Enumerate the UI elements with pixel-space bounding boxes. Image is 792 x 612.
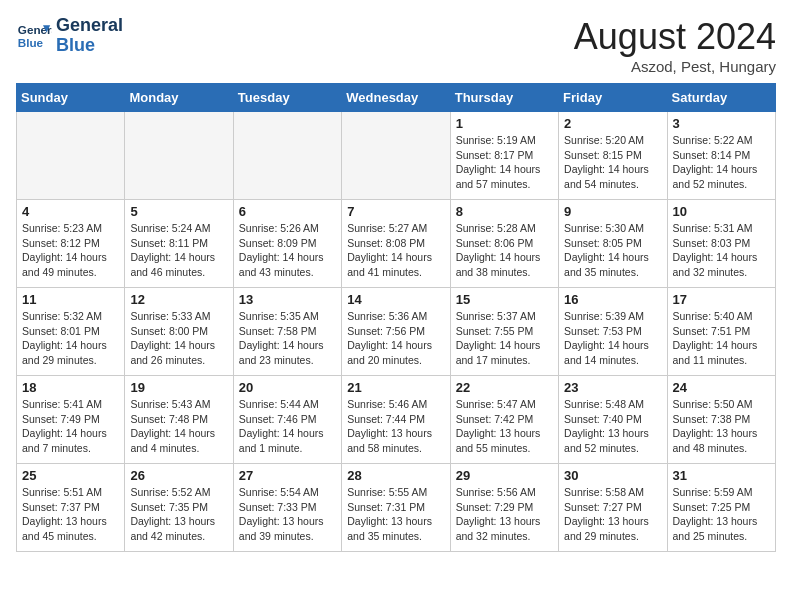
day-cell-4: 4Sunrise: 5:23 AMSunset: 8:12 PMDaylight… (17, 200, 125, 288)
day-info: Sunrise: 5:19 AMSunset: 8:17 PMDaylight:… (456, 133, 553, 192)
day-number: 9 (564, 204, 661, 219)
day-cell-31: 31Sunrise: 5:59 AMSunset: 7:25 PMDayligh… (667, 464, 775, 552)
day-info: Sunrise: 5:40 AMSunset: 7:51 PMDaylight:… (673, 309, 770, 368)
day-cell-10: 10Sunrise: 5:31 AMSunset: 8:03 PMDayligh… (667, 200, 775, 288)
day-cell-9: 9Sunrise: 5:30 AMSunset: 8:05 PMDaylight… (559, 200, 667, 288)
day-number: 22 (456, 380, 553, 395)
day-number: 11 (22, 292, 119, 307)
day-number: 18 (22, 380, 119, 395)
empty-cell (233, 112, 341, 200)
day-info: Sunrise: 5:20 AMSunset: 8:15 PMDaylight:… (564, 133, 661, 192)
day-info: Sunrise: 5:31 AMSunset: 8:03 PMDaylight:… (673, 221, 770, 280)
logo-icon: General Blue (16, 18, 52, 54)
week-row-3: 11Sunrise: 5:32 AMSunset: 8:01 PMDayligh… (17, 288, 776, 376)
day-info: Sunrise: 5:56 AMSunset: 7:29 PMDaylight:… (456, 485, 553, 544)
day-cell-24: 24Sunrise: 5:50 AMSunset: 7:38 PMDayligh… (667, 376, 775, 464)
day-number: 28 (347, 468, 444, 483)
day-info: Sunrise: 5:48 AMSunset: 7:40 PMDaylight:… (564, 397, 661, 456)
day-info: Sunrise: 5:43 AMSunset: 7:48 PMDaylight:… (130, 397, 227, 456)
day-cell-12: 12Sunrise: 5:33 AMSunset: 8:00 PMDayligh… (125, 288, 233, 376)
day-number: 2 (564, 116, 661, 131)
day-cell-19: 19Sunrise: 5:43 AMSunset: 7:48 PMDayligh… (125, 376, 233, 464)
day-cell-3: 3Sunrise: 5:22 AMSunset: 8:14 PMDaylight… (667, 112, 775, 200)
day-info: Sunrise: 5:59 AMSunset: 7:25 PMDaylight:… (673, 485, 770, 544)
day-info: Sunrise: 5:55 AMSunset: 7:31 PMDaylight:… (347, 485, 444, 544)
day-info: Sunrise: 5:50 AMSunset: 7:38 PMDaylight:… (673, 397, 770, 456)
day-number: 7 (347, 204, 444, 219)
day-number: 19 (130, 380, 227, 395)
day-header-thursday: Thursday (450, 84, 558, 112)
empty-cell (17, 112, 125, 200)
week-row-2: 4Sunrise: 5:23 AMSunset: 8:12 PMDaylight… (17, 200, 776, 288)
day-info: Sunrise: 5:30 AMSunset: 8:05 PMDaylight:… (564, 221, 661, 280)
logo: General Blue General Blue (16, 16, 123, 56)
day-cell-28: 28Sunrise: 5:55 AMSunset: 7:31 PMDayligh… (342, 464, 450, 552)
month-title: August 2024 (574, 16, 776, 58)
day-cell-15: 15Sunrise: 5:37 AMSunset: 7:55 PMDayligh… (450, 288, 558, 376)
day-number: 31 (673, 468, 770, 483)
empty-cell (342, 112, 450, 200)
week-row-1: 1Sunrise: 5:19 AMSunset: 8:17 PMDaylight… (17, 112, 776, 200)
day-number: 12 (130, 292, 227, 307)
day-info: Sunrise: 5:51 AMSunset: 7:37 PMDaylight:… (22, 485, 119, 544)
day-cell-14: 14Sunrise: 5:36 AMSunset: 7:56 PMDayligh… (342, 288, 450, 376)
day-info: Sunrise: 5:28 AMSunset: 8:06 PMDaylight:… (456, 221, 553, 280)
day-info: Sunrise: 5:23 AMSunset: 8:12 PMDaylight:… (22, 221, 119, 280)
day-number: 24 (673, 380, 770, 395)
day-number: 1 (456, 116, 553, 131)
day-header-friday: Friday (559, 84, 667, 112)
day-cell-1: 1Sunrise: 5:19 AMSunset: 8:17 PMDaylight… (450, 112, 558, 200)
day-number: 16 (564, 292, 661, 307)
day-number: 30 (564, 468, 661, 483)
day-number: 17 (673, 292, 770, 307)
day-info: Sunrise: 5:36 AMSunset: 7:56 PMDaylight:… (347, 309, 444, 368)
day-info: Sunrise: 5:33 AMSunset: 8:00 PMDaylight:… (130, 309, 227, 368)
day-info: Sunrise: 5:27 AMSunset: 8:08 PMDaylight:… (347, 221, 444, 280)
day-number: 6 (239, 204, 336, 219)
day-cell-22: 22Sunrise: 5:47 AMSunset: 7:42 PMDayligh… (450, 376, 558, 464)
calendar-table: SundayMondayTuesdayWednesdayThursdayFrid… (16, 83, 776, 552)
day-info: Sunrise: 5:24 AMSunset: 8:11 PMDaylight:… (130, 221, 227, 280)
day-cell-6: 6Sunrise: 5:26 AMSunset: 8:09 PMDaylight… (233, 200, 341, 288)
day-cell-30: 30Sunrise: 5:58 AMSunset: 7:27 PMDayligh… (559, 464, 667, 552)
title-block: August 2024 Aszod, Pest, Hungary (574, 16, 776, 75)
day-header-wednesday: Wednesday (342, 84, 450, 112)
day-info: Sunrise: 5:35 AMSunset: 7:58 PMDaylight:… (239, 309, 336, 368)
day-info: Sunrise: 5:37 AMSunset: 7:55 PMDaylight:… (456, 309, 553, 368)
day-cell-5: 5Sunrise: 5:24 AMSunset: 8:11 PMDaylight… (125, 200, 233, 288)
day-number: 8 (456, 204, 553, 219)
day-number: 15 (456, 292, 553, 307)
week-row-5: 25Sunrise: 5:51 AMSunset: 7:37 PMDayligh… (17, 464, 776, 552)
day-number: 29 (456, 468, 553, 483)
day-cell-23: 23Sunrise: 5:48 AMSunset: 7:40 PMDayligh… (559, 376, 667, 464)
day-cell-16: 16Sunrise: 5:39 AMSunset: 7:53 PMDayligh… (559, 288, 667, 376)
day-info: Sunrise: 5:44 AMSunset: 7:46 PMDaylight:… (239, 397, 336, 456)
day-info: Sunrise: 5:58 AMSunset: 7:27 PMDaylight:… (564, 485, 661, 544)
day-number: 10 (673, 204, 770, 219)
day-cell-20: 20Sunrise: 5:44 AMSunset: 7:46 PMDayligh… (233, 376, 341, 464)
days-header-row: SundayMondayTuesdayWednesdayThursdayFrid… (17, 84, 776, 112)
day-info: Sunrise: 5:46 AMSunset: 7:44 PMDaylight:… (347, 397, 444, 456)
day-number: 26 (130, 468, 227, 483)
day-cell-25: 25Sunrise: 5:51 AMSunset: 7:37 PMDayligh… (17, 464, 125, 552)
day-number: 14 (347, 292, 444, 307)
day-header-sunday: Sunday (17, 84, 125, 112)
day-info: Sunrise: 5:41 AMSunset: 7:49 PMDaylight:… (22, 397, 119, 456)
day-info: Sunrise: 5:32 AMSunset: 8:01 PMDaylight:… (22, 309, 119, 368)
page-header: General Blue General Blue August 2024 As… (16, 16, 776, 75)
day-info: Sunrise: 5:54 AMSunset: 7:33 PMDaylight:… (239, 485, 336, 544)
day-cell-17: 17Sunrise: 5:40 AMSunset: 7:51 PMDayligh… (667, 288, 775, 376)
day-number: 4 (22, 204, 119, 219)
day-number: 27 (239, 468, 336, 483)
day-cell-13: 13Sunrise: 5:35 AMSunset: 7:58 PMDayligh… (233, 288, 341, 376)
day-number: 25 (22, 468, 119, 483)
week-row-4: 18Sunrise: 5:41 AMSunset: 7:49 PMDayligh… (17, 376, 776, 464)
day-cell-18: 18Sunrise: 5:41 AMSunset: 7:49 PMDayligh… (17, 376, 125, 464)
day-header-monday: Monday (125, 84, 233, 112)
day-cell-21: 21Sunrise: 5:46 AMSunset: 7:44 PMDayligh… (342, 376, 450, 464)
logo-text: General Blue (56, 16, 123, 56)
day-number: 3 (673, 116, 770, 131)
day-cell-8: 8Sunrise: 5:28 AMSunset: 8:06 PMDaylight… (450, 200, 558, 288)
location: Aszod, Pest, Hungary (574, 58, 776, 75)
day-cell-27: 27Sunrise: 5:54 AMSunset: 7:33 PMDayligh… (233, 464, 341, 552)
